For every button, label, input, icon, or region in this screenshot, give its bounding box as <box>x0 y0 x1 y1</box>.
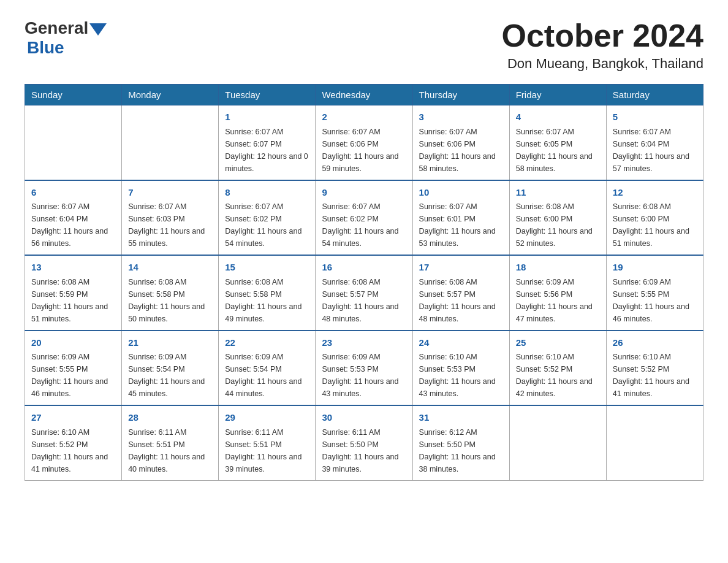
calendar-cell <box>122 105 219 180</box>
calendar-cell: 10Sunrise: 6:07 AMSunset: 6:01 PMDayligh… <box>412 180 509 256</box>
day-number: 20 <box>31 336 115 350</box>
calendar-cell: 1Sunrise: 6:07 AMSunset: 6:07 PMDaylight… <box>219 105 316 180</box>
day-number: 3 <box>419 110 503 124</box>
day-number: 13 <box>31 261 115 275</box>
calendar-cell: 7Sunrise: 6:07 AMSunset: 6:03 PMDaylight… <box>122 180 219 256</box>
day-number: 31 <box>419 411 503 425</box>
calendar-cell: 16Sunrise: 6:08 AMSunset: 5:57 PMDayligh… <box>316 255 412 331</box>
calendar-cell: 22Sunrise: 6:09 AMSunset: 5:54 PMDayligh… <box>219 331 316 406</box>
day-info: Sunrise: 6:07 AMSunset: 6:01 PMDaylight:… <box>419 201 503 250</box>
day-info: Sunrise: 6:08 AMSunset: 5:57 PMDaylight:… <box>419 276 503 325</box>
calendar-cell: 12Sunrise: 6:08 AMSunset: 6:00 PMDayligh… <box>606 180 703 256</box>
day-number: 16 <box>322 261 406 275</box>
calendar-cell: 8Sunrise: 6:07 AMSunset: 6:02 PMDaylight… <box>219 180 316 256</box>
calendar-cell <box>509 405 606 480</box>
calendar-cell <box>25 105 122 180</box>
calendar-cell: 20Sunrise: 6:09 AMSunset: 5:55 PMDayligh… <box>25 331 122 406</box>
day-number: 23 <box>322 336 406 350</box>
logo-blue-part <box>88 21 107 36</box>
day-number: 14 <box>128 261 212 275</box>
calendar-cell: 30Sunrise: 6:11 AMSunset: 5:50 PMDayligh… <box>316 405 412 480</box>
day-number: 29 <box>225 411 309 425</box>
day-number: 25 <box>516 336 600 350</box>
location-title: Don Mueang, Bangkok, Thailand <box>502 56 704 72</box>
day-info: Sunrise: 6:11 AMSunset: 5:50 PMDaylight:… <box>322 426 406 475</box>
day-info: Sunrise: 6:09 AMSunset: 5:54 PMDaylight:… <box>128 351 212 400</box>
day-number: 18 <box>516 261 600 275</box>
logo-blue-text: Blue <box>27 38 64 58</box>
day-number: 10 <box>419 186 503 200</box>
weekday-header-wednesday: Wednesday <box>316 85 412 105</box>
calendar-header: SundayMondayTuesdayWednesdayThursdayFrid… <box>25 85 703 105</box>
calendar-cell: 4Sunrise: 6:07 AMSunset: 6:05 PMDaylight… <box>509 105 606 180</box>
title-section: October 2024 Don Mueang, Bangkok, Thaila… <box>502 18 704 72</box>
day-number: 17 <box>419 261 503 275</box>
day-info: Sunrise: 6:08 AMSunset: 5:59 PMDaylight:… <box>31 276 115 325</box>
calendar-cell: 13Sunrise: 6:08 AMSunset: 5:59 PMDayligh… <box>25 255 122 331</box>
day-info: Sunrise: 6:08 AMSunset: 6:00 PMDaylight:… <box>613 201 697 250</box>
calendar-table: SundayMondayTuesdayWednesdayThursdayFrid… <box>25 84 703 481</box>
day-number: 9 <box>322 186 406 200</box>
day-info: Sunrise: 6:07 AMSunset: 6:07 PMDaylight:… <box>225 126 309 175</box>
day-number: 12 <box>613 186 697 200</box>
calendar-cell: 19Sunrise: 6:09 AMSunset: 5:55 PMDayligh… <box>606 255 703 331</box>
day-info: Sunrise: 6:11 AMSunset: 5:51 PMDaylight:… <box>128 426 212 475</box>
day-number: 30 <box>322 411 406 425</box>
day-number: 4 <box>516 110 600 124</box>
day-number: 26 <box>613 336 697 350</box>
calendar-cell: 24Sunrise: 6:10 AMSunset: 5:53 PMDayligh… <box>412 331 509 406</box>
day-info: Sunrise: 6:07 AMSunset: 6:04 PMDaylight:… <box>613 126 697 175</box>
day-number: 8 <box>225 186 309 200</box>
calendar-cell: 2Sunrise: 6:07 AMSunset: 6:06 PMDaylight… <box>316 105 412 180</box>
weekday-header-tuesday: Tuesday <box>219 85 316 105</box>
day-info: Sunrise: 6:11 AMSunset: 5:51 PMDaylight:… <box>225 426 309 475</box>
calendar-cell: 21Sunrise: 6:09 AMSunset: 5:54 PMDayligh… <box>122 331 219 406</box>
day-number: 6 <box>31 186 115 200</box>
day-info: Sunrise: 6:09 AMSunset: 5:55 PMDaylight:… <box>613 276 697 325</box>
calendar-cell: 6Sunrise: 6:07 AMSunset: 6:04 PMDaylight… <box>25 180 122 256</box>
calendar-cell: 27Sunrise: 6:10 AMSunset: 5:52 PMDayligh… <box>25 405 122 480</box>
day-info: Sunrise: 6:08 AMSunset: 5:58 PMDaylight:… <box>225 276 309 325</box>
calendar-cell: 23Sunrise: 6:09 AMSunset: 5:53 PMDayligh… <box>316 331 412 406</box>
day-info: Sunrise: 6:10 AMSunset: 5:52 PMDaylight:… <box>31 426 115 475</box>
logo-general-text: General <box>25 18 88 38</box>
day-info: Sunrise: 6:08 AMSunset: 5:58 PMDaylight:… <box>128 276 212 325</box>
calendar-cell: 29Sunrise: 6:11 AMSunset: 5:51 PMDayligh… <box>219 405 316 480</box>
day-number: 19 <box>613 261 697 275</box>
day-number: 27 <box>31 411 115 425</box>
month-title: October 2024 <box>502 18 704 53</box>
weekday-header-saturday: Saturday <box>606 85 703 105</box>
calendar-cell: 14Sunrise: 6:08 AMSunset: 5:58 PMDayligh… <box>122 255 219 331</box>
calendar-cell: 15Sunrise: 6:08 AMSunset: 5:58 PMDayligh… <box>219 255 316 331</box>
calendar-cell: 18Sunrise: 6:09 AMSunset: 5:56 PMDayligh… <box>509 255 606 331</box>
day-info: Sunrise: 6:08 AMSunset: 5:57 PMDaylight:… <box>322 276 406 325</box>
day-info: Sunrise: 6:07 AMSunset: 6:06 PMDaylight:… <box>322 126 406 175</box>
day-number: 24 <box>419 336 503 350</box>
calendar-cell: 26Sunrise: 6:10 AMSunset: 5:52 PMDayligh… <box>606 331 703 406</box>
day-number: 2 <box>322 110 406 124</box>
calendar-body: 1Sunrise: 6:07 AMSunset: 6:07 PMDaylight… <box>25 105 703 481</box>
calendar-cell: 11Sunrise: 6:08 AMSunset: 6:00 PMDayligh… <box>509 180 606 256</box>
logo: General Blue <box>25 18 107 58</box>
day-number: 7 <box>128 186 212 200</box>
calendar-cell: 9Sunrise: 6:07 AMSunset: 6:02 PMDaylight… <box>316 180 412 256</box>
day-number: 22 <box>225 336 309 350</box>
day-info: Sunrise: 6:07 AMSunset: 6:04 PMDaylight:… <box>31 201 115 250</box>
page-header: General Blue October 2024 Don Mueang, Ba… <box>25 18 703 72</box>
calendar-cell: 28Sunrise: 6:11 AMSunset: 5:51 PMDayligh… <box>122 405 219 480</box>
calendar-cell: 5Sunrise: 6:07 AMSunset: 6:04 PMDaylight… <box>606 105 703 180</box>
day-info: Sunrise: 6:07 AMSunset: 6:03 PMDaylight:… <box>128 201 212 250</box>
day-info: Sunrise: 6:08 AMSunset: 6:00 PMDaylight:… <box>516 201 600 250</box>
calendar-cell: 3Sunrise: 6:07 AMSunset: 6:06 PMDaylight… <box>412 105 509 180</box>
day-info: Sunrise: 6:07 AMSunset: 6:02 PMDaylight:… <box>322 201 406 250</box>
calendar-week-row: 1Sunrise: 6:07 AMSunset: 6:07 PMDaylight… <box>25 105 703 180</box>
weekday-header-thursday: Thursday <box>412 85 509 105</box>
calendar-week-row: 13Sunrise: 6:08 AMSunset: 5:59 PMDayligh… <box>25 255 703 331</box>
day-info: Sunrise: 6:09 AMSunset: 5:53 PMDaylight:… <box>322 351 406 400</box>
day-info: Sunrise: 6:10 AMSunset: 5:52 PMDaylight:… <box>516 351 600 400</box>
calendar-week-row: 27Sunrise: 6:10 AMSunset: 5:52 PMDayligh… <box>25 405 703 480</box>
calendar-week-row: 20Sunrise: 6:09 AMSunset: 5:55 PMDayligh… <box>25 331 703 406</box>
weekday-header-friday: Friday <box>509 85 606 105</box>
logo-triangle-icon <box>89 23 107 36</box>
day-info: Sunrise: 6:10 AMSunset: 5:53 PMDaylight:… <box>419 351 503 400</box>
